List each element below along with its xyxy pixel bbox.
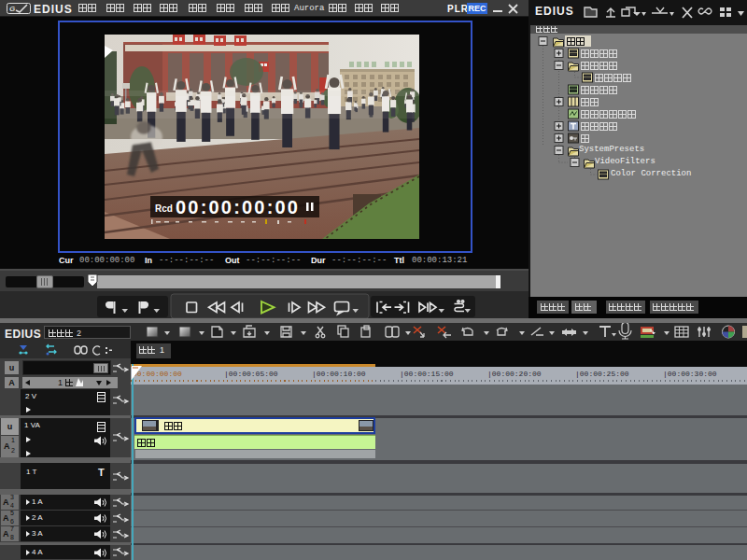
svg-text:00:00:00:00: 00:00:00:00 — [176, 197, 300, 217]
svg-text:G: G — [9, 5, 15, 13]
svg-text:Rcd: Rcd — [155, 203, 173, 214]
